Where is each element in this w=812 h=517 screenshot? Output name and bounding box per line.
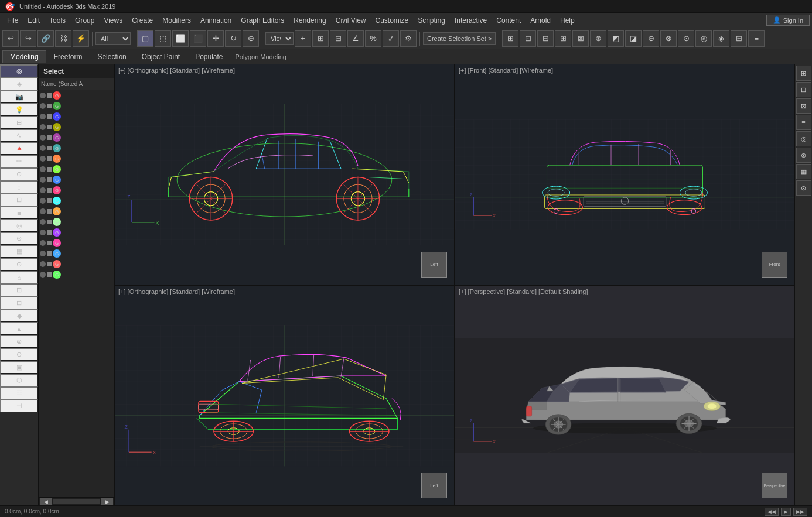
menu-animation[interactable]: Animation xyxy=(196,15,236,26)
right-btn-8[interactable]: ⊙ xyxy=(796,180,811,196)
menu-graph-editors[interactable]: Graph Editors xyxy=(236,15,289,26)
eye-icon[interactable] xyxy=(40,261,46,267)
undo-button[interactable]: ↩ xyxy=(2,30,19,47)
tab-object-paint[interactable]: Object Paint xyxy=(134,50,187,63)
view-dropdown[interactable]: View xyxy=(265,32,294,45)
eye-icon[interactable] xyxy=(40,219,46,225)
sidebar-btn-18[interactable]: ⊞ xyxy=(0,283,38,296)
viewport-bottom-right[interactable]: [+] [Perspective] [Standard] [Default Sh… xyxy=(455,286,794,506)
scene-item-5[interactable]: G xyxy=(39,132,114,143)
toggle10[interactable]: ◎ xyxy=(695,30,712,47)
toggle11[interactable]: ◈ xyxy=(713,30,729,47)
select-button[interactable]: ▢ xyxy=(137,30,153,47)
scene-item-13[interactable]: G xyxy=(39,217,114,227)
sidebar-btn-21[interactable]: ▲ xyxy=(0,322,38,335)
sidebar-btn-25[interactable]: ⬡ xyxy=(0,374,38,386)
menu-rendering[interactable]: Rendering xyxy=(289,15,330,26)
select-region-button[interactable]: ⬚ xyxy=(155,30,171,47)
menu-edit[interactable]: Edit xyxy=(23,15,45,26)
right-btn-4[interactable]: ≡ xyxy=(796,115,811,130)
toggle4[interactable]: ⊛ xyxy=(590,30,606,47)
scene-item-15[interactable]: G xyxy=(39,238,114,248)
viewport-top-left[interactable]: [+] [Orthographic] [Standard] [Wireframe… xyxy=(115,64,454,285)
toggle12[interactable]: ⊞ xyxy=(731,30,747,47)
eye-icon[interactable] xyxy=(40,135,46,141)
sidebar-btn-14[interactable]: ⊛ xyxy=(0,232,38,245)
eye-icon[interactable] xyxy=(40,198,46,204)
scene-item-14[interactable]: G xyxy=(39,227,114,238)
eye-icon[interactable] xyxy=(40,272,46,278)
eye-icon[interactable] xyxy=(40,93,46,98)
percent-button[interactable]: % xyxy=(365,30,381,47)
scene-item-18[interactable]: G xyxy=(39,269,114,280)
sidebar-btn-11[interactable]: ⊟ xyxy=(0,193,38,206)
anim-btn-prev[interactable]: ◀◀ xyxy=(765,508,779,516)
tools-btn1[interactable]: ⚙ xyxy=(400,30,417,47)
sidebar-btn-9[interactable]: ⊕ xyxy=(0,167,38,180)
menu-views[interactable]: Views xyxy=(99,15,127,26)
menu-civil-view[interactable]: Civil View xyxy=(331,15,371,26)
menu-customize[interactable]: Customize xyxy=(371,15,414,26)
sidebar-btn-27[interactable]: ⊣ xyxy=(0,399,38,412)
menu-arnold[interactable]: Arnold xyxy=(526,15,555,26)
layer-btn2[interactable]: ⊡ xyxy=(520,30,536,47)
unlink-button[interactable]: ⛓ xyxy=(55,30,71,47)
toggle5[interactable]: ◩ xyxy=(608,30,624,47)
scene-item-3[interactable]: G xyxy=(39,111,114,122)
toggle7[interactable]: ⊕ xyxy=(643,30,659,47)
snap3-button[interactable]: ⊟ xyxy=(330,30,346,47)
sidebar-btn-23[interactable]: ⊜ xyxy=(0,348,38,361)
bind-button[interactable]: ⚡ xyxy=(73,30,89,47)
viewport-top-right[interactable]: [+] [Front] [Standard] [Wireframe] Front xyxy=(455,64,794,285)
right-btn-1[interactable]: ⊞ xyxy=(796,66,811,81)
menu-scripting[interactable]: Scripting xyxy=(413,15,450,26)
viewport-bottom-left[interactable]: [+] [Orthographic] [Standard] [Wireframe… xyxy=(115,286,454,506)
menu-interactive[interactable]: Interactive xyxy=(450,15,492,26)
anim-btn-next[interactable]: ▶▶ xyxy=(793,508,807,516)
scene-item-9[interactable]: G xyxy=(39,174,114,185)
scene-item-17[interactable]: G xyxy=(39,259,114,269)
menu-content[interactable]: Content xyxy=(492,15,526,26)
sidebar-select-btn[interactable]: ◎ xyxy=(0,64,38,77)
eye-icon[interactable] xyxy=(40,166,46,172)
sidebar-btn-7[interactable]: 🔺 xyxy=(0,142,38,155)
sidebar-btn-15[interactable]: ▦ xyxy=(0,245,38,258)
tab-modeling[interactable]: Modeling xyxy=(2,50,46,63)
scene-item-10[interactable]: G xyxy=(39,185,114,196)
right-btn-2[interactable]: ⊟ xyxy=(796,82,811,97)
eye-icon[interactable] xyxy=(40,103,46,109)
menu-modifiers[interactable]: Modifiers xyxy=(158,15,196,26)
rotate-button[interactable]: ↻ xyxy=(225,30,241,47)
scene-item-16[interactable]: G xyxy=(39,248,114,259)
toggle8[interactable]: ⊗ xyxy=(660,30,677,47)
scene-item-2[interactable]: G xyxy=(39,101,114,111)
eye-icon[interactable] xyxy=(40,177,46,183)
menu-group[interactable]: Group xyxy=(70,15,99,26)
angle-button[interactable]: ∠ xyxy=(347,30,364,47)
sidebar-btn-24[interactable]: ▣ xyxy=(0,361,38,374)
scene-item-1[interactable]: G xyxy=(39,90,114,101)
scene-item-6[interactable]: G xyxy=(39,143,114,153)
menu-create[interactable]: Create xyxy=(127,15,158,26)
tab-freeform[interactable]: Freeform xyxy=(46,50,90,63)
menu-file[interactable]: File xyxy=(2,15,23,26)
sidebar-btn-8[interactable]: ✏ xyxy=(0,155,38,167)
scene-item-12[interactable]: G xyxy=(39,206,114,217)
scene-item-7[interactable]: G xyxy=(39,153,114,164)
layer-btn[interactable]: ⊞ xyxy=(502,30,518,47)
menu-help[interactable]: Help xyxy=(555,15,579,26)
snap-button[interactable]: + xyxy=(295,30,311,47)
tab-populate[interactable]: Populate xyxy=(187,50,230,63)
eye-icon[interactable] xyxy=(40,251,46,256)
scene-item-4[interactable]: G xyxy=(39,122,114,132)
sidebar-btn-2[interactable]: ◈ xyxy=(0,77,38,90)
tab-selection[interactable]: Selection xyxy=(90,50,134,63)
sidebar-btn-4[interactable]: 💡 xyxy=(0,103,38,116)
sidebar-btn-26[interactable]: ☲ xyxy=(0,386,38,399)
right-btn-6[interactable]: ⊛ xyxy=(796,148,811,163)
link-button[interactable]: 🔗 xyxy=(37,30,54,47)
eye-icon[interactable] xyxy=(40,156,46,162)
toggle6[interactable]: ◪ xyxy=(625,30,642,47)
snap2-button[interactable]: ⊞ xyxy=(312,30,329,47)
sidebar-btn-12[interactable]: ≡ xyxy=(0,206,38,219)
